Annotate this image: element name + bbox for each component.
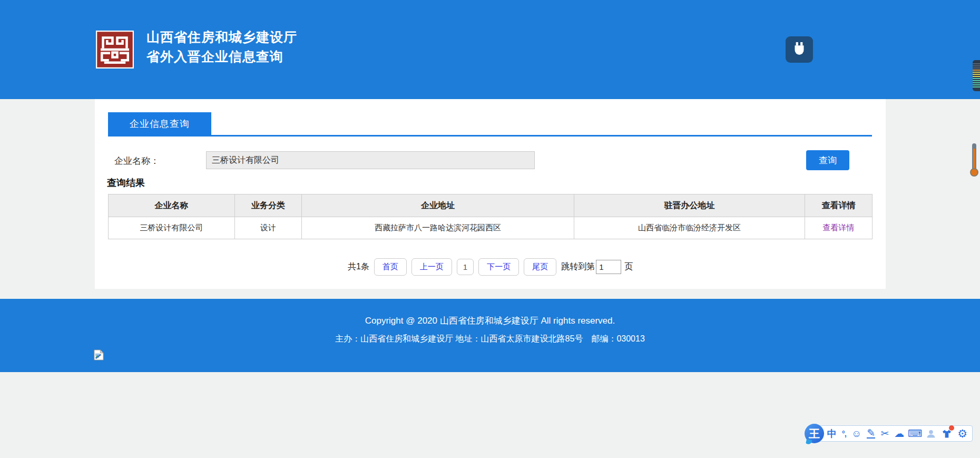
pagination: 共1条 首页 上一页 1 下一页 尾页 跳转到第 页 <box>95 258 886 276</box>
monitor-widget[interactable] <box>973 60 980 91</box>
handwriting-icon[interactable]: ✎ <box>867 428 875 438</box>
column-header-office: 驻晋办公地址 <box>574 194 805 217</box>
results-table: 企业名称 业务分类 企业地址 驻晋办公地址 查看详情 三桥设计有限公司 设计 西… <box>108 194 873 239</box>
total-count-text: 共1条 <box>348 261 369 272</box>
punctuation-mode-icon[interactable]: °, <box>842 428 846 439</box>
account-icon[interactable] <box>926 428 936 439</box>
skin-icon[interactable] <box>942 428 952 439</box>
keyboard-icon[interactable]: ⌨ <box>909 428 920 439</box>
tab-underline <box>108 135 872 137</box>
footer: Copyright @ 2020 山西省住房和城乡建设厅 All rights … <box>0 299 980 372</box>
cell-company-name: 三桥设计有限公司 <box>109 217 235 239</box>
jump-prefix-text: 跳转到第 <box>561 261 595 272</box>
emoji-icon[interactable]: ☺ <box>851 428 861 439</box>
current-page-button[interactable]: 1 <box>457 259 474 275</box>
results-heading: 查询结果 <box>107 177 145 189</box>
site-title: 山西省住房和城乡建设厅 省外入晋企业信息查询 <box>146 27 297 66</box>
company-name-input[interactable] <box>206 151 535 169</box>
table-row: 三桥设计有限公司 设计 西藏拉萨市八一路哈达滨河花园西区 山西省临汾市临汾经济开… <box>109 217 873 239</box>
notification-dot <box>949 425 954 431</box>
tab-label: 企业信息查询 <box>130 118 190 130</box>
ime-logo-icon[interactable]: 王 <box>805 424 824 443</box>
header-banner: 山西省住房和城乡建设厅 省外入晋企业信息查询 <box>0 0 980 99</box>
column-header-name: 企业名称 <box>109 194 235 217</box>
agency-logo-icon <box>95 31 135 69</box>
site-title-line1: 山西省住房和城乡建设厅 <box>146 27 297 47</box>
column-header-detail: 查看详情 <box>805 194 873 217</box>
thermometer-icon[interactable] <box>970 143 978 177</box>
company-name-label: 企业名称： <box>114 155 159 167</box>
cell-office-address: 山西省临汾市临汾经济开发区 <box>574 217 805 239</box>
thermometer-bulb <box>970 168 978 177</box>
footer-info-text: 主办：山西省住房和城乡建设厅 地址：山西省太原市建设北路85号 邮编：03001… <box>0 334 980 345</box>
first-page-button[interactable]: 首页 <box>374 258 407 276</box>
last-page-button[interactable]: 尾页 <box>524 258 556 276</box>
jump-page-input[interactable] <box>596 260 621 274</box>
thermometer-fill <box>973 149 975 171</box>
chinese-mode-icon[interactable]: 中 <box>827 428 837 439</box>
ime-toolbar: 中 °, ☺ ✎ ✂ ☁ ⌨ ⚙ <box>815 425 973 442</box>
broken-image-icon <box>94 349 104 360</box>
table-header-row: 企业名称 业务分类 企业地址 驻晋办公地址 查看详情 <box>109 194 873 217</box>
next-page-button[interactable]: 下一页 <box>478 258 519 276</box>
view-detail-link[interactable]: 查看详情 <box>823 223 855 232</box>
prev-page-button[interactable]: 上一页 <box>411 258 452 276</box>
cell-category: 设计 <box>235 217 302 239</box>
cell-detail: 查看详情 <box>805 217 873 239</box>
plugin-button[interactable] <box>786 36 813 63</box>
cloud-icon[interactable]: ☁ <box>894 428 904 439</box>
page: 山西省住房和城乡建设厅 省外入晋企业信息查询 企业信息查询 企业名称： 查询 查… <box>0 0 980 458</box>
column-header-address: 企业地址 <box>302 194 574 217</box>
search-button[interactable]: 查询 <box>806 150 849 170</box>
scissors-icon[interactable]: ✂ <box>880 428 889 439</box>
column-header-category: 业务分类 <box>235 194 302 217</box>
jump-suffix-text: 页 <box>624 261 633 272</box>
settings-gear-icon[interactable]: ⚙ <box>957 428 967 439</box>
site-title-line2: 省外入晋企业信息查询 <box>146 47 297 66</box>
tab-enterprise-query[interactable]: 企业信息查询 <box>108 112 211 135</box>
content-card: 企业信息查询 企业名称： 查询 查询结果 企业名称 业务分类 企业地址 驻晋办公… <box>95 99 886 289</box>
copyright-text: Copyright @ 2020 山西省住房和城乡建设厅 All rights … <box>0 299 980 327</box>
plug-icon <box>790 40 808 60</box>
cell-address: 西藏拉萨市八一路哈达滨河花园西区 <box>302 217 574 239</box>
